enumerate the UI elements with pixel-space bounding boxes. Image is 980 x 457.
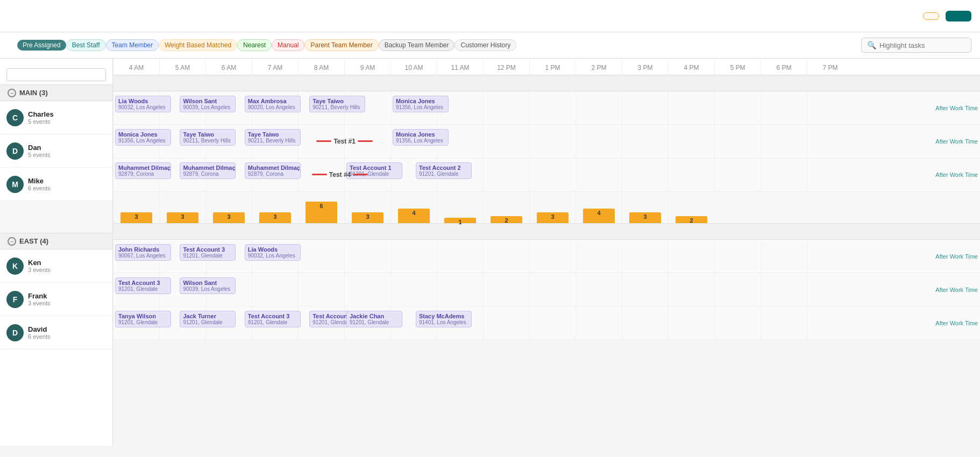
tech-schedule-frank: Test Account 391201, GlendaleWilson Sant… [113, 273, 980, 306]
time-col-9am: 9 AM [344, 59, 390, 75]
badge-best-staff[interactable]: Best Staff [66, 39, 106, 51]
publish-button[interactable] [946, 11, 971, 22]
stat-col-7: 1 [437, 193, 483, 223]
after-work-time-charles: After Work Time [935, 105, 978, 111]
badge-weight-based-matched[interactable]: Weight Based Matched [159, 39, 237, 51]
time-header: 4 AM5 AM6 AM7 AM8 AM9 AM10 AM11 AM12 PM1… [113, 59, 980, 75]
stats-left-main [0, 201, 112, 233]
stat-bar-0: 3 [120, 212, 153, 223]
avatar-charles: C [6, 109, 24, 126]
task-chip-david-1[interactable]: Jack Turner91201, Glendale [180, 311, 236, 327]
after-work-time-dan: After Work Time [935, 138, 978, 145]
badge-pre-assigned[interactable]: Pre Assigned [17, 40, 66, 51]
stat-bar-11: 3 [629, 212, 662, 223]
stat-bar-7: 1 [444, 218, 477, 223]
tech-name-dan: Dan [28, 144, 51, 152]
stat-bar-8: 2 [491, 216, 523, 223]
test-marker-mike-0: Test #4 [312, 171, 368, 178]
stat-bar-4: 6 [306, 202, 338, 223]
tech-schedule-mike: Muhammet Dilmaç on 06 Feb92879, CoronaMu… [113, 158, 980, 191]
job-list-bar: Pre AssignedBest StaffTeam MemberWeight … [0, 32, 980, 59]
time-col-5pm: 5 PM [714, 59, 761, 75]
task-chip-dan-0[interactable]: Monica Jones91356, Los Angeles [115, 129, 171, 146]
task-chip-dan-1[interactable]: Taye Taiwo90211, Beverly Hills [180, 129, 236, 146]
time-col-3pm: 3 PM [622, 59, 668, 75]
stat-col-8: 2 [483, 193, 529, 223]
task-chip-ken-0[interactable]: John Richards90067, Los Angeles [115, 244, 171, 261]
technician-filter-input[interactable] [6, 68, 106, 81]
group-header-left-main: –MAIN (3) [0, 85, 112, 101]
stat-bar-9: 3 [537, 212, 569, 223]
task-chip-charles-2[interactable]: Max Ambrosa90020, Los Angeles [245, 96, 301, 112]
avatar-david: D [6, 324, 24, 341]
search-icon: 🔍 [867, 41, 876, 49]
tech-events-david: 6 events [28, 333, 51, 340]
time-col-1pm: 1 PM [529, 59, 576, 75]
tech-info-frank: FFrank3 events [0, 283, 112, 316]
badge-manual[interactable]: Manual [272, 39, 304, 51]
time-col-12pm: 12 PM [483, 59, 529, 75]
task-chip-mike-0[interactable]: Muhammet Dilmaç on 06 Feb92879, Corona [115, 162, 171, 179]
task-chip-david-0[interactable]: Tanya Wilson91201, Glendale [115, 311, 171, 327]
test-marker-dan-0: Test #1 [316, 138, 372, 145]
badge-parent-team-member[interactable]: Parent Team Member [304, 39, 378, 51]
tech-name-frank: Frank [28, 292, 51, 300]
stat-bar-10: 4 [583, 209, 615, 223]
avatar-ken: K [6, 258, 24, 275]
task-chip-charles-3[interactable]: Taye Taiwo90211, Beverly Hills [309, 96, 365, 112]
task-chip-david-2[interactable]: Test Account 391201, Glendale [245, 311, 301, 327]
search-input[interactable] [879, 41, 965, 49]
group-header-right-main [113, 75, 980, 91]
tech-schedule-charles: Lia Woods90032, Los AngelesWilson Sant90… [113, 91, 980, 125]
badge-customer-history[interactable]: Customer History [455, 39, 516, 51]
task-chip-frank-1[interactable]: Wilson Sant90039, Los Angeles [180, 277, 236, 294]
time-col-7am: 7 AM [252, 59, 298, 75]
badge-nearest[interactable]: Nearest [237, 39, 272, 51]
stat-col-12: 2 [668, 193, 714, 223]
task-chip-frank-0[interactable]: Test Account 391201, Glendale [115, 277, 171, 294]
time-col-4pm: 4 PM [668, 59, 714, 75]
task-chip-dan-2[interactable]: Taye Taiwo90211, Beverly Hills [245, 129, 301, 146]
task-chip-david-5[interactable]: Stacy McAdems91401, Los Angeles [416, 311, 472, 327]
test-label-mike: Test #4 [329, 171, 351, 178]
tech-info-ken: KKen3 events [0, 249, 112, 283]
after-work-time-mike: After Work Time [935, 172, 978, 178]
task-chip-mike-2[interactable]: Muhammet Dilmaç 292879, Corona [245, 162, 301, 179]
time-col-6pm: 6 PM [761, 59, 807, 75]
task-chip-charles-1[interactable]: Wilson Sant90039, Los Angeles [180, 96, 236, 112]
badge-backup-team-member[interactable]: Backup Team Member [379, 39, 455, 51]
stat-bar-6: 4 [398, 209, 430, 223]
task-chip-mike-1[interactable]: Muhammet Dilmaç 6 but edited92879, Coron… [180, 162, 236, 179]
stat-col-1: 3 [159, 193, 205, 223]
tech-info-david: DDavid6 events [0, 316, 112, 349]
potential-revenue [923, 12, 939, 20]
task-chip-ken-2[interactable]: Lia Woods90032, Los Angeles [245, 244, 301, 261]
stat-bar-5: 3 [352, 212, 384, 223]
after-work-time-frank: After Work Time [935, 287, 978, 293]
stat-col-10: 4 [576, 193, 622, 223]
group-header-right-east [113, 224, 980, 240]
stat-bar-3: 3 [259, 212, 292, 223]
task-chip-charles-4[interactable]: Monica Jones91356, Los Angeles [393, 96, 449, 112]
tech-info-dan: DDan5 events [0, 134, 112, 168]
group-label-main: MAIN (3) [19, 89, 48, 97]
test-line-left-dan [316, 140, 331, 142]
time-col-6am: 6 AM [205, 59, 252, 75]
tech-schedule-ken: John Richards90067, Los AngelesTest Acco… [113, 240, 980, 273]
test-label-dan: Test #1 [333, 138, 355, 145]
group-toggle-icon-east[interactable]: – [8, 237, 16, 246]
task-chip-mike-4[interactable]: Test Account 291201, Glendale [416, 162, 472, 179]
tech-events-frank: 3 events [28, 300, 51, 306]
stats-bars-main: 3333634123432 [113, 191, 980, 224]
task-chip-charles-0[interactable]: Lia Woods90032, Los Angeles [115, 96, 171, 112]
search-box[interactable]: 🔍 [861, 38, 971, 53]
group-header-left-east: –EAST (4) [0, 233, 112, 249]
task-chip-dan-3[interactable]: Monica Jones91356, Los Angeles [393, 129, 449, 146]
stat-col-6: 4 [390, 193, 437, 223]
task-chip-david-4[interactable]: Jackie Chan91201, Glendale [346, 311, 402, 327]
badge-team-member[interactable]: Team Member [106, 39, 159, 51]
tech-events-dan: 5 events [28, 152, 51, 158]
tech-schedule-dan: Monica Jones91356, Los AngelesTaye Taiwo… [113, 125, 980, 158]
task-chip-ken-1[interactable]: Test Account 391201, Glendale [180, 244, 236, 261]
group-toggle-icon-main[interactable]: – [8, 89, 16, 97]
